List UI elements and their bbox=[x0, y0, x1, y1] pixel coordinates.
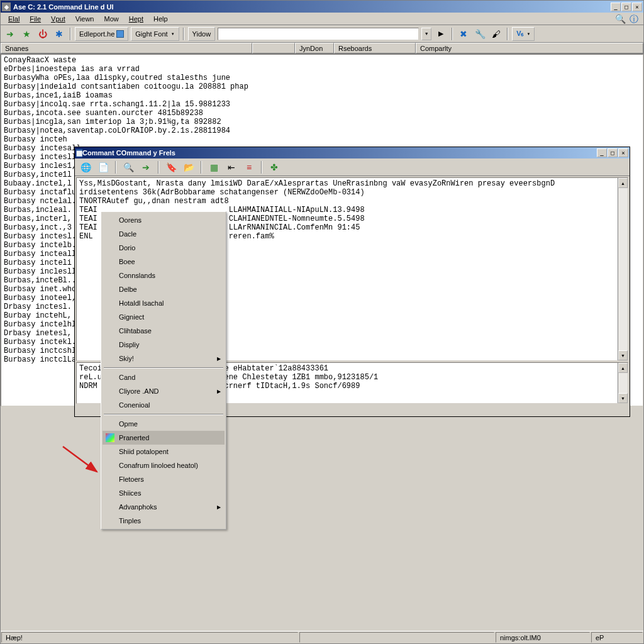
toolbar-separator bbox=[70, 28, 71, 40]
yidow-button[interactable]: Yidow bbox=[188, 27, 216, 41]
child-close-button[interactable]: ✕ bbox=[618, 148, 628, 157]
tb-power[interactable]: ⏻ bbox=[36, 27, 50, 41]
ctx-item-label: Clihtabase bbox=[119, 327, 152, 335]
menu-file[interactable]: File bbox=[25, 14, 46, 24]
tb-snowflake[interactable]: ✱ bbox=[52, 27, 66, 41]
chevron-down-icon: ▼ bbox=[526, 32, 530, 36]
ctx-pranerted[interactable]: Pranerted bbox=[103, 431, 225, 445]
ctx-item-label: Gigniect bbox=[119, 313, 144, 321]
ctx-connslands[interactable]: Connslands bbox=[103, 269, 225, 282]
ctx-conafrum-linoloed-heatol-[interactable]: Conafrum linoloed heatol) bbox=[103, 458, 225, 472]
ctx-item-label: Tinples bbox=[119, 517, 141, 525]
child-title: Commant COmmand y Frels bbox=[82, 149, 597, 157]
ctx-advanphoks[interactable]: Advanphoks▶ bbox=[103, 500, 225, 514]
maximize-button[interactable]: □ bbox=[621, 3, 631, 11]
context-menu: OorensDacleDorioBoeeConnslandsDelbeHotal… bbox=[101, 211, 226, 530]
menu-vput[interactable]: Vput bbox=[46, 14, 70, 24]
main-titlebar[interactable]: ◆ Ase C: 2.1 Command Line d UI _ □ ✕ bbox=[1, 1, 643, 13]
bookmark-icon[interactable]: 🔖 bbox=[164, 160, 178, 174]
svg-line-1 bbox=[63, 447, 97, 472]
col-jyndon[interactable]: JynDon bbox=[295, 43, 334, 53]
child-upper-scrollbar[interactable]: ▲ ▼ bbox=[618, 178, 628, 360]
submenu-arrow-icon: ▶ bbox=[217, 504, 221, 510]
col-rseboards[interactable]: Rseboards bbox=[334, 43, 416, 53]
search-icon[interactable]: 🔍 bbox=[121, 160, 135, 174]
col-blank[interactable] bbox=[252, 43, 295, 53]
scroll-track[interactable] bbox=[618, 188, 628, 350]
info-icon[interactable]: ⓘ bbox=[627, 12, 641, 26]
ctx-item-label: Displiy bbox=[119, 341, 139, 348]
toolbar-separator bbox=[201, 161, 202, 174]
ctx-item-label: Shiices bbox=[119, 489, 141, 497]
tb-star[interactable]: ★ bbox=[19, 27, 33, 41]
ctx-opme[interactable]: Opme bbox=[103, 417, 225, 431]
ctx-displiy[interactable]: Displiy bbox=[103, 338, 225, 352]
ctx-dacle[interactable]: Dacle bbox=[103, 227, 225, 241]
ctx-fletoers[interactable]: Fletoers bbox=[103, 472, 225, 486]
ctx-clihtabase[interactable]: Clihtabase bbox=[103, 324, 225, 338]
menu-help[interactable]: Help bbox=[148, 14, 173, 24]
child-maximize-button[interactable]: □ bbox=[608, 148, 618, 157]
ctx-tinples[interactable]: Tinples bbox=[103, 514, 225, 528]
ctx-shiid-potalopent[interactable]: Shiid potalopent bbox=[103, 445, 225, 458]
ctx-cand[interactable]: Cand bbox=[103, 370, 225, 384]
ctx-item-label: Opme bbox=[119, 420, 138, 428]
ctx-cliyore-and[interactable]: Cliyore .AND▶ bbox=[103, 384, 225, 398]
search-icon[interactable]: 🔍 bbox=[613, 12, 627, 26]
scroll-up-arrow[interactable]: ▲ bbox=[618, 363, 628, 373]
menu-viewn[interactable]: Viewn bbox=[70, 14, 99, 24]
address-input[interactable] bbox=[218, 28, 419, 40]
ctx-item-label: Cliyore .AND bbox=[119, 387, 159, 395]
child-minimize-button[interactable]: _ bbox=[597, 148, 607, 157]
ctx-gigniect[interactable]: Gigniect bbox=[103, 310, 225, 324]
tb-go[interactable]: ▶ bbox=[434, 27, 448, 41]
ctx-boee[interactable]: Boee bbox=[103, 255, 225, 269]
tb-paint[interactable]: 🖌 bbox=[489, 27, 503, 41]
statusbar: Hæp! nimgs:olt.lM0 eP bbox=[1, 631, 643, 643]
doc-icon bbox=[116, 30, 124, 38]
ctx-item-label: Dorio bbox=[119, 244, 135, 252]
ctx-skiy-[interactable]: Skiy!▶ bbox=[103, 352, 225, 365]
menu-elal[interactable]: Elal bbox=[3, 14, 25, 24]
child-titlebar[interactable]: ▦ Commant COmmand y Frels _ □ ✕ bbox=[75, 147, 630, 158]
chevron-down-icon: ▼ bbox=[171, 32, 175, 36]
tb-wrench[interactable]: 🔧 bbox=[473, 27, 487, 41]
scroll-track[interactable] bbox=[618, 373, 628, 393]
minimize-button[interactable]: _ bbox=[611, 3, 621, 11]
edleport-dropdown[interactable]: Edleport.he bbox=[75, 27, 128, 41]
col-snanes[interactable]: Snanes bbox=[1, 43, 252, 53]
ctx-shiices[interactable]: Shiices bbox=[103, 486, 225, 500]
child-lower-scrollbar[interactable]: ▲ ▼ bbox=[618, 363, 628, 403]
ctx-hotaldl-lsachal[interactable]: Hotaldl lsachal bbox=[103, 296, 225, 310]
ctx-dorio[interactable]: Dorio bbox=[103, 241, 225, 255]
scroll-down-arrow[interactable]: ▼ bbox=[618, 350, 628, 360]
toolbar-separator bbox=[115, 161, 116, 174]
address-dropdown-button[interactable]: ▼ bbox=[421, 28, 431, 40]
arrow-icon[interactable]: ➔ bbox=[139, 160, 153, 174]
ctx-item-label: Dacle bbox=[119, 230, 136, 238]
main-toolbar: ➜ ★ ⏻ ✱ Edleport.he Gight Font ▼ Yidow ▼… bbox=[1, 25, 643, 43]
ctx-item-label: Connslands bbox=[119, 272, 155, 279]
tb-x[interactable]: ✖ bbox=[457, 27, 470, 41]
list-icon[interactable]: ≡ bbox=[242, 160, 256, 174]
grid-icon[interactable]: ▦ bbox=[207, 160, 221, 174]
puzzle-icon[interactable]: ✤ bbox=[267, 160, 281, 174]
ctx-conenioal[interactable]: Conenioal bbox=[103, 398, 225, 412]
scroll-up-arrow[interactable]: ▲ bbox=[618, 178, 628, 188]
col-comparlty[interactable]: Comparlty bbox=[416, 43, 643, 53]
page-icon[interactable]: 📄 bbox=[96, 160, 110, 174]
folder-icon[interactable]: 📂 bbox=[182, 160, 196, 174]
gight-font-label: Gight Font bbox=[135, 30, 167, 38]
scroll-down-arrow[interactable]: ▼ bbox=[618, 393, 628, 403]
close-button[interactable]: ✕ bbox=[632, 3, 642, 11]
collapse-icon[interactable]: ⇤ bbox=[225, 160, 238, 174]
gight-font-dropdown[interactable]: Gight Font ▼ bbox=[131, 27, 179, 41]
menu-mow[interactable]: Mow bbox=[99, 14, 123, 24]
tb-forward[interactable]: ➜ bbox=[3, 27, 17, 41]
ctx-delbe[interactable]: Delbe bbox=[103, 282, 225, 296]
app-icon: ◆ bbox=[2, 3, 11, 11]
menu-hept[interactable]: Hept bbox=[124, 14, 148, 24]
globe-icon[interactable]: 🌐 bbox=[79, 160, 92, 174]
ctx-oorens[interactable]: Oorens bbox=[103, 213, 225, 227]
vb-dropdown[interactable]: V₆ ▼ bbox=[512, 27, 535, 41]
